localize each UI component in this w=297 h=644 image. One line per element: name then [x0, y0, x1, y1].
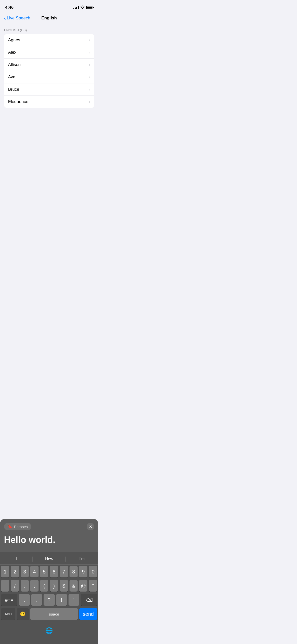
section-header: ENGLISH (US) [0, 24, 98, 34]
list-item[interactable]: Agnes › [4, 34, 94, 46]
chevron-right-icon: › [89, 75, 90, 79]
list-item[interactable]: Eloquence › [4, 96, 94, 108]
signal-icon [73, 6, 79, 9]
chevron-right-icon: › [89, 87, 90, 92]
status-icons [73, 6, 93, 10]
chevron-right-icon: › [89, 62, 90, 67]
voice-name: Ava [8, 75, 15, 80]
voice-name: Allison [8, 62, 21, 67]
wifi-icon [80, 6, 85, 10]
voice-name: Eloquence [8, 99, 28, 104]
chevron-right-icon: › [89, 38, 90, 42]
nav-bar: ‹ Live Speech English [0, 13, 98, 24]
status-time: 4:46 [5, 5, 14, 10]
page-title: English [41, 16, 57, 21]
list-item[interactable]: Alex › [4, 46, 94, 59]
voice-name: Alex [8, 50, 16, 55]
status-bar: 4:46 [0, 0, 98, 13]
voice-list: Agnes › Alex › Allison › Ava › Bruce › E… [4, 34, 94, 108]
chevron-right-icon: › [89, 100, 90, 104]
back-label: Live Speech [7, 16, 30, 21]
voice-name: Agnes [8, 38, 20, 43]
list-item[interactable]: Bruce › [4, 83, 94, 96]
battery-icon [86, 6, 93, 9]
chevron-right-icon: › [89, 50, 90, 55]
back-button[interactable]: ‹ Live Speech [4, 16, 30, 21]
list-item[interactable]: Ava › [4, 71, 94, 83]
back-chevron-icon: ‹ [4, 16, 6, 21]
list-item[interactable]: Allison › [4, 59, 94, 71]
voice-name: Bruce [8, 87, 19, 92]
